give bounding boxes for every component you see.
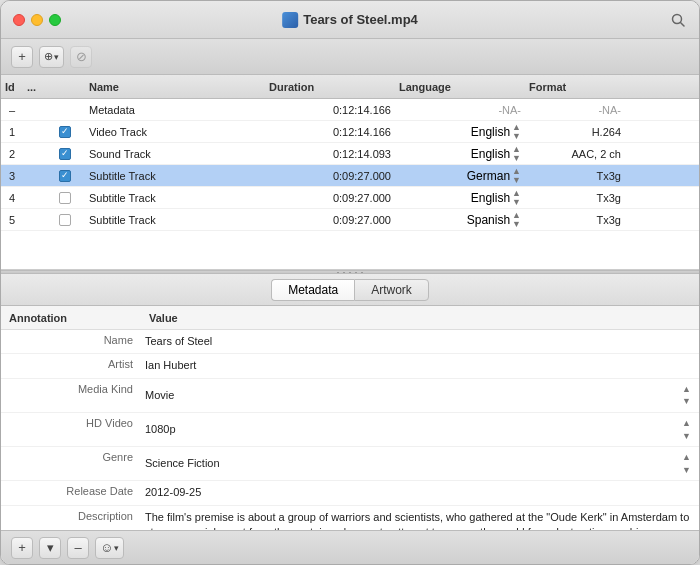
row-language: German ▲▼ <box>395 167 525 185</box>
add-metadata-button[interactable]: + <box>11 537 33 559</box>
tabs-bar: Metadata Artwork <box>1 274 699 306</box>
traffic-lights <box>13 14 61 26</box>
col-duration: Duration <box>265 81 395 93</box>
table-body: – Metadata 0:12:14.166 -NA- -NA- 1 Video… <box>1 99 699 269</box>
maximize-button[interactable] <box>49 14 61 26</box>
row-name: Subtitle Track <box>85 170 265 182</box>
table-row[interactable]: – Metadata 0:12:14.166 -NA- -NA- <box>1 99 699 121</box>
window-title: Tears of Steel.mp4 <box>282 12 418 28</box>
col-format: Format <box>525 81 625 93</box>
col-name: Name <box>85 81 265 93</box>
no-action-button[interactable]: ⊘ <box>70 46 92 68</box>
row-language: Spanish ▲▼ <box>395 211 525 229</box>
label-hdvideo: HD Video <box>1 413 141 433</box>
language-arrows: ▲▼ <box>512 211 521 229</box>
label-mediakind: Media Kind <box>1 379 141 399</box>
language-arrows: ▲▼ <box>512 123 521 141</box>
select-arrows-hdvideo: ▲▼ <box>682 417 691 442</box>
row-checkbox[interactable] <box>59 214 71 226</box>
metadata-body: Name Tears of Steel Artist Ian Hubert Me… <box>1 330 699 530</box>
row-checkbox[interactable] <box>59 126 71 138</box>
row-format: AAC, 2 ch <box>525 148 625 160</box>
close-button[interactable] <box>13 14 25 26</box>
table-row[interactable]: 5 Subtitle Track 0:09:27.000 Spanish ▲▼ … <box>1 209 699 231</box>
label-releasedate: Release Date <box>1 481 141 501</box>
row-checkbox[interactable] <box>59 148 71 160</box>
row-id: 3 <box>1 170 23 182</box>
row-name: Subtitle Track <box>85 192 265 204</box>
row-format: Tx3g <box>525 170 625 182</box>
value-description[interactable]: The film's premise is about a group of w… <box>141 506 699 530</box>
value-releasedate[interactable]: 2012-09-25 <box>141 481 699 504</box>
metadata-row-genre: Genre Science Fiction ▲▼ <box>1 447 699 481</box>
row-format: -NA- <box>525 104 625 116</box>
minimize-button[interactable] <box>31 14 43 26</box>
svg-line-1 <box>681 22 685 26</box>
row-id: – <box>1 104 23 116</box>
metadata-header: Annotation Value <box>1 306 699 330</box>
col-id: Id <box>1 81 23 93</box>
table-row[interactable]: 1 Video Track 0:12:14.166 English ▲▼ H.2… <box>1 121 699 143</box>
value-hdvideo[interactable]: 1080p ▲▼ <box>141 413 699 446</box>
action-metadata-button[interactable]: ☺ ▾ <box>95 537 124 559</box>
row-name: Video Track <box>85 126 265 138</box>
value-mediakind[interactable]: Movie ▲▼ <box>141 379 699 412</box>
bottom-toolbar: + ▾ – ☺ ▾ <box>1 530 699 564</box>
table-header: Id ... Name Duration Language Format <box>1 75 699 99</box>
row-duration: 0:12:14.166 <box>265 104 395 116</box>
metadata-section: Annotation Value Name Tears of Steel Art… <box>1 306 699 530</box>
row-language: English ▲▼ <box>395 123 525 141</box>
row-language: -NA- <box>395 104 525 116</box>
row-checkbox-cell[interactable] <box>45 126 85 138</box>
row-name: Subtitle Track <box>85 214 265 226</box>
row-checkbox-cell[interactable] <box>45 148 85 160</box>
select-arrows-mediakind: ▲▼ <box>682 383 691 408</box>
value-artist[interactable]: Ian Hubert <box>141 354 699 377</box>
row-id: 4 <box>1 192 23 204</box>
metadata-row-releasedate: Release Date 2012-09-25 <box>1 481 699 505</box>
table-row[interactable]: 2 Sound Track 0:12:14.093 English ▲▼ AAC… <box>1 143 699 165</box>
language-arrows: ▲▼ <box>512 167 521 185</box>
add-track-button[interactable]: + <box>11 46 33 68</box>
metadata-row-hdvideo: HD Video 1080p ▲▼ <box>1 413 699 447</box>
label-description: Description <box>1 506 141 526</box>
row-name: Sound Track <box>85 148 265 160</box>
value-name[interactable]: Tears of Steel <box>141 330 699 353</box>
row-checkbox-cell[interactable] <box>45 214 85 226</box>
remove-metadata-button[interactable]: – <box>67 537 89 559</box>
metadata-row-mediakind: Media Kind Movie ▲▼ <box>1 379 699 413</box>
col-dots: ... <box>23 81 45 93</box>
row-duration: 0:12:14.093 <box>265 148 395 160</box>
add-dropdown-button[interactable]: ⊕ ▾ <box>39 46 64 68</box>
label-genre: Genre <box>1 447 141 467</box>
row-checkbox[interactable] <box>59 170 71 182</box>
annotation-col-header: Annotation <box>1 312 141 324</box>
search-button[interactable] <box>669 11 687 29</box>
row-duration: 0:09:27.000 <box>265 214 395 226</box>
row-id: 2 <box>1 148 23 160</box>
row-format: Tx3g <box>525 214 625 226</box>
value-genre[interactable]: Science Fiction ▲▼ <box>141 447 699 480</box>
tab-artwork[interactable]: Artwork <box>354 279 429 301</box>
metadata-row-name: Name Tears of Steel <box>1 330 699 354</box>
select-arrows-genre: ▲▼ <box>682 451 691 476</box>
row-language: English ▲▼ <box>395 145 525 163</box>
tab-metadata[interactable]: Metadata <box>271 279 354 301</box>
col-language: Language <box>395 81 525 93</box>
file-icon <box>282 12 298 28</box>
table-row[interactable]: 3 Subtitle Track 0:09:27.000 German ▲▼ T… <box>1 165 699 187</box>
table-row[interactable]: 4 Subtitle Track 0:09:27.000 English ▲▼ … <box>1 187 699 209</box>
row-format: Tx3g <box>525 192 625 204</box>
label-artist: Artist <box>1 354 141 374</box>
language-arrows: ▲▼ <box>512 145 521 163</box>
metadata-row-artist: Artist Ian Hubert <box>1 354 699 378</box>
track-table: Id ... Name Duration Language Format – M… <box>1 75 699 270</box>
label-name: Name <box>1 330 141 350</box>
row-language: English ▲▼ <box>395 189 525 207</box>
row-checkbox[interactable] <box>59 192 71 204</box>
row-id: 5 <box>1 214 23 226</box>
row-checkbox-cell[interactable] <box>45 192 85 204</box>
add-metadata-dropdown-button[interactable]: ▾ <box>39 537 61 559</box>
titlebar: Tears of Steel.mp4 <box>1 1 699 39</box>
row-checkbox-cell[interactable] <box>45 170 85 182</box>
